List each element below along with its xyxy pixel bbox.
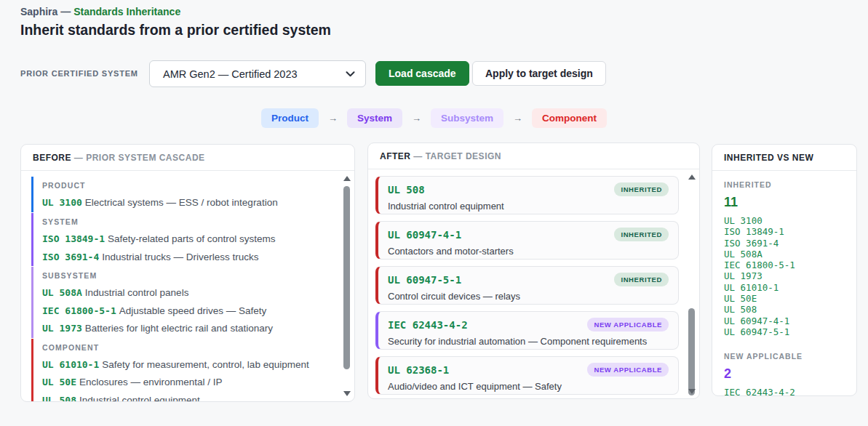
standard-card[interactable]: IEC 62443-4-2NEW APPLICABLESecurity for …	[375, 311, 679, 350]
standard-code: UL 60947-4-1	[388, 229, 461, 241]
apply-to-target-button[interactable]: Apply to target design	[472, 61, 606, 86]
summary-panel-header: INHERITED VS NEW	[712, 145, 856, 171]
before-panel-subtitle: — PRIOR SYSTEM CASCADE	[74, 153, 205, 163]
level-arrow-icon: →	[328, 113, 338, 124]
status-badge: INHERITED	[614, 182, 669, 196]
after-panel-header: AFTER — TARGET DESIGN	[368, 143, 699, 169]
inherited-label: INHERITED	[724, 180, 845, 189]
breadcrumb-divider: —	[57, 6, 73, 17]
summary-body: INHERITED 11 UL 3100ISO 13849-1ISO 3691-…	[712, 171, 856, 396]
before-scrollbar[interactable]	[342, 174, 351, 398]
standard-description: Industrial control equipment	[388, 201, 669, 212]
app-section: Standards Inheritance	[73, 6, 180, 17]
standard-list-item[interactable]: UL 508AIndustrial control panels	[42, 284, 333, 302]
cascade-section-product: PRODUCTUL 3100Electrical systems — ESS /…	[31, 177, 333, 212]
standard-card-top: UL 62368-1NEW APPLICABLE	[388, 363, 669, 377]
standard-code: UL 62368-1	[388, 364, 449, 376]
section-label: COMPONENT	[42, 339, 333, 356]
summary-code: UL 508A	[724, 249, 845, 260]
prior-system-value: AMR Gen2 — Certified 2023	[163, 68, 298, 80]
standard-code: UL 508	[388, 184, 425, 196]
standard-description: Industrial trucks — Driverless trucks	[102, 252, 258, 262]
load-cascade-button[interactable]: Load cascade	[375, 61, 469, 86]
before-panel: BEFORE — PRIOR SYSTEM CASCADE PRODUCTUL …	[20, 144, 355, 402]
after-card-list: UL 508INHERITEDIndustrial control equipm…	[368, 169, 699, 399]
standard-list-item[interactable]: UL 50EEnclosures — environmental / IP	[42, 374, 333, 391]
standard-card[interactable]: UL 508INHERITEDIndustrial control equipm…	[375, 176, 679, 214]
section-label: PRODUCT	[42, 177, 333, 194]
standard-card[interactable]: UL 62368-1NEW APPLICABLEAudio/video and …	[375, 356, 679, 395]
standard-code: UL 3100	[42, 197, 82, 208]
level-chain: Product→System→Subsystem→Component	[0, 108, 868, 128]
standard-code: ISO 13849-1	[42, 233, 105, 244]
before-cascade-list: PRODUCTUL 3100Electrical systems — ESS /…	[21, 171, 354, 401]
standard-list-item[interactable]: ISO 3691-4Industrial trucks — Driverless…	[42, 249, 333, 266]
standard-code: UL 60947-5-1	[388, 274, 461, 286]
standard-card-top: UL 60947-4-1INHERITED	[388, 228, 669, 241]
summary-panel: INHERITED VS NEW INHERITED 11 UL 3100ISO…	[712, 144, 857, 396]
scroll-down-icon[interactable]	[688, 389, 696, 394]
standard-card[interactable]: UL 60947-4-1INHERITEDContactors and moto…	[375, 221, 679, 260]
status-badge: NEW APPLICABLE	[587, 318, 669, 331]
before-section-list: PRODUCTUL 3100Electrical systems — ESS /…	[31, 177, 333, 401]
scroll-up-icon[interactable]	[343, 176, 351, 181]
summary-code: UL 60947-5-1	[724, 326, 845, 337]
standard-description: Contactors and motor-starters	[388, 246, 669, 257]
app-name: Saphira	[20, 6, 57, 17]
summary-code: UL 3100	[724, 215, 845, 226]
inherited-code-list: UL 3100ISO 13849-1ISO 3691-4UL 508AIEC 6…	[724, 215, 845, 337]
prior-system-select[interactable]: AMR Gen2 — Certified 2023	[149, 60, 366, 87]
page-title: Inherit standards from a prior certified…	[20, 22, 331, 39]
scrollbar-thumb[interactable]	[343, 186, 350, 369]
standard-code: UL 1973	[42, 323, 82, 334]
standard-code: IEC 61800-5-1	[42, 305, 116, 316]
status-badge: INHERITED	[614, 228, 669, 241]
inherited-count: 11	[724, 195, 845, 210]
summary-code: UL 61010-1	[724, 282, 845, 293]
scroll-up-icon[interactable]	[688, 174, 696, 180]
section-label: SYSTEM	[42, 213, 333, 230]
level-pill-subsystem[interactable]: Subsystem	[431, 108, 503, 128]
level-pill-component[interactable]: Component	[532, 108, 607, 128]
summary-code: IEC 62443-4-2	[724, 387, 845, 396]
standard-description: Industrial control equipment	[79, 395, 200, 401]
standard-code: UL 508	[42, 395, 76, 401]
standard-code: ISO 3691-4	[42, 252, 99, 262]
new-applicable-count: 2	[724, 366, 845, 382]
cascade-section-component: COMPONENTUL 61010-1Safety for measuremen…	[31, 339, 333, 401]
standard-list-item[interactable]: UL 508Industrial control equipment	[42, 392, 333, 401]
scroll-down-icon[interactable]	[343, 391, 351, 396]
summary-code: ISO 3691-4	[724, 238, 845, 249]
standard-description: Batteries for light electric rail and st…	[85, 323, 273, 334]
prior-system-label: PRIOR CERTIFIED SYSTEM	[20, 69, 138, 78]
after-cards: UL 508INHERITEDIndustrial control equipm…	[375, 176, 679, 395]
after-panel-subtitle: — TARGET DESIGN	[413, 151, 501, 161]
level-pill-system[interactable]: System	[347, 108, 402, 128]
before-panel-header: BEFORE — PRIOR SYSTEM CASCADE	[21, 145, 354, 171]
standard-description: Audio/video and ICT equipment — Safety	[388, 381, 669, 392]
standard-card-top: UL 508INHERITED	[388, 182, 669, 196]
before-panel-title: BEFORE	[33, 153, 71, 163]
standard-description: Industrial control panels	[85, 287, 189, 298]
scrollbar-thumb[interactable]	[688, 308, 695, 395]
standard-description: Adjustable speed drives — Safety	[119, 305, 267, 316]
status-badge: INHERITED	[614, 273, 669, 286]
new-applicable-label: NEW APPLICABLE	[724, 352, 845, 361]
chevron-down-icon	[346, 69, 355, 79]
standard-description: Control circuit devices — relays	[388, 291, 669, 302]
standard-list-item[interactable]: UL 1973Batteries for light electric rail…	[42, 320, 333, 337]
summary-code: UL 1973	[724, 270, 845, 281]
standard-list-item[interactable]: ISO 13849-1Safety-related parts of contr…	[42, 230, 333, 248]
standard-description: Electrical systems — ESS / robot integra…	[85, 197, 278, 208]
standard-list-item[interactable]: IEC 61800-5-1Adjustable speed drives — S…	[42, 302, 333, 320]
standard-list-item[interactable]: UL 3100Electrical systems — ESS / robot …	[42, 194, 333, 212]
standard-description: Enclosures — environmental / IP	[79, 377, 223, 387]
standard-code: UL 508A	[42, 287, 82, 298]
level-pill-product[interactable]: Product	[261, 108, 319, 128]
after-scrollbar[interactable]	[687, 173, 696, 395]
standard-card-top: IEC 62443-4-2NEW APPLICABLE	[388, 318, 669, 331]
standard-description: Safety for measurement, control, lab equ…	[102, 359, 308, 370]
standard-list-item[interactable]: UL 61010-1Safety for measurement, contro…	[42, 356, 333, 374]
level-arrow-icon: →	[412, 113, 421, 124]
standard-card[interactable]: UL 60947-5-1INHERITEDControl circuit dev…	[375, 266, 679, 305]
